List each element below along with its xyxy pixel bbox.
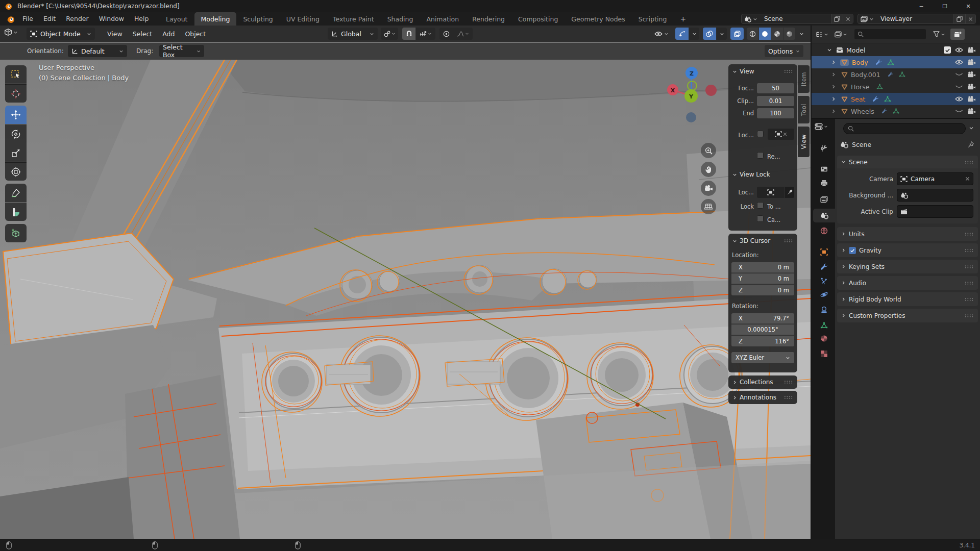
workspace-tab-modeling[interactable]: Modeling (194, 12, 237, 26)
orientation-selector[interactable]: Default (68, 45, 127, 57)
view-layer-icon[interactable] (858, 14, 876, 23)
workspace-tab-layout[interactable]: Layout (159, 12, 194, 26)
outliner-filter-type-selector[interactable] (835, 31, 847, 38)
hide-eye-icon[interactable] (955, 47, 963, 53)
modifier-wrench-icon[interactable] (881, 108, 888, 114)
panel-units[interactable]: Units (837, 227, 978, 241)
tool-move[interactable] (5, 106, 27, 124)
tool-transform[interactable] (5, 162, 27, 181)
panel-rigid-body-world[interactable]: Rigid Body World (837, 292, 978, 306)
cursor-location-x[interactable]: X 0 m (731, 262, 794, 273)
exclude-checkbox[interactable] (944, 46, 951, 54)
panel-grip-icon[interactable] (784, 380, 793, 384)
panel-grip-icon[interactable] (965, 248, 974, 253)
tab-output-properties[interactable] (813, 176, 835, 190)
disclosure-closed-icon[interactable] (831, 109, 836, 114)
mesh-data-icon[interactable] (887, 59, 894, 66)
render-region-checkbox[interactable] (757, 152, 764, 159)
tab-physics-properties[interactable] (813, 288, 835, 302)
clip-start-field[interactable]: 0.01 (757, 96, 794, 106)
new-view-layer-button[interactable] (953, 14, 965, 23)
scene-panel-header[interactable]: Scene (837, 156, 978, 168)
object-name[interactable]: Body (852, 59, 868, 66)
outliner-row-body[interactable]: Body (812, 56, 980, 68)
disclosure-closed-icon[interactable] (831, 72, 836, 77)
view-panel-header[interactable]: View (728, 64, 797, 77)
workspace-tab-rendering[interactable]: Rendering (465, 12, 511, 26)
menu-window[interactable]: Window (94, 12, 129, 26)
cursor-rotation-x[interactable]: X 79.7° (731, 313, 794, 324)
outliner-search-input[interactable] (854, 29, 926, 39)
render-visibility-icon[interactable] (967, 96, 976, 102)
tab-tool-properties[interactable] (813, 141, 835, 155)
workspace-tab-shading[interactable]: Shading (381, 12, 420, 26)
mesh-data-icon[interactable] (884, 96, 891, 103)
new-collection-button[interactable] (950, 29, 965, 40)
mesh-data-icon[interactable] (893, 108, 899, 114)
object-visibility-selector[interactable] (649, 28, 674, 40)
modifier-wrench-icon[interactable] (875, 59, 882, 66)
add-workspace-button[interactable]: + (673, 12, 693, 26)
render-visibility-icon[interactable] (967, 108, 976, 114)
tab-texture-properties[interactable] (813, 347, 835, 361)
panel-custom-properties[interactable]: Custom Properties (837, 309, 978, 322)
menu-render[interactable]: Render (61, 12, 94, 26)
local-camera-object-field[interactable] (768, 129, 794, 140)
proportional-falloff-selector[interactable] (453, 28, 473, 40)
scene-name[interactable]: Scene (760, 15, 831, 22)
tool-rotate[interactable] (5, 124, 27, 143)
shading-solid-button[interactable] (759, 28, 771, 40)
object-name[interactable]: Horse (851, 83, 869, 91)
viewport-menu-object[interactable]: Object (180, 26, 211, 42)
tab-view-layer-properties[interactable] (813, 192, 835, 206)
panel-gravity[interactable]: Gravity (837, 243, 978, 257)
properties-search-input[interactable] (843, 123, 966, 134)
close-button[interactable]: ✕ (957, 0, 980, 12)
collections-panel-header[interactable]: Collections (728, 375, 797, 389)
editor-type-button[interactable] (4, 28, 18, 36)
clear-icon[interactable] (965, 177, 970, 181)
outliner-row-seat[interactable]: Seat (812, 93, 980, 105)
object-name[interactable]: Wheels (851, 108, 874, 115)
shading-material-button[interactable] (771, 28, 783, 40)
maximize-button[interactable]: ☐ (933, 0, 957, 12)
panel-grip-icon[interactable] (965, 232, 974, 236)
show-gizmo-toggle[interactable] (675, 28, 689, 40)
hidden-eye-icon[interactable] (955, 72, 963, 77)
panel-audio[interactable]: Audio (837, 276, 978, 290)
hide-eye-icon[interactable] (955, 60, 963, 65)
pivot-point-selector[interactable] (381, 28, 398, 40)
panel-grip-icon[interactable] (784, 69, 793, 73)
menu-edit[interactable]: Edit (38, 12, 61, 26)
zoom-button[interactable] (701, 143, 716, 158)
workspace-tab-animation[interactable]: Animation (420, 12, 465, 26)
unlink-scene-button[interactable] (843, 14, 853, 23)
collection-name[interactable]: Model (846, 46, 866, 54)
lock-to-3d-cursor-checkbox[interactable] (757, 202, 764, 209)
panel-grip-icon[interactable] (965, 297, 974, 302)
mesh-data-icon[interactable] (899, 71, 905, 78)
tab-constraint-properties[interactable] (813, 303, 835, 317)
panel-grip-icon[interactable] (965, 160, 974, 164)
lock-object-field[interactable] (757, 187, 785, 198)
tab-world-properties[interactable] (813, 224, 835, 238)
view-layer-selector[interactable]: ViewLayer (857, 14, 976, 24)
render-visibility-icon[interactable] (967, 47, 976, 53)
navigation-gizmo[interactable]: Z X Y (664, 65, 720, 127)
workspace-tab-scripting[interactable]: Scripting (632, 12, 674, 26)
workspace-tab-texture-paint[interactable]: Texture Paint (326, 12, 381, 26)
remove-view-layer-button[interactable] (965, 14, 975, 23)
outliner-display-mode-selector[interactable] (816, 31, 828, 38)
workspace-tab-compositing[interactable]: Compositing (511, 12, 565, 26)
modifier-wrench-icon[interactable] (888, 71, 894, 78)
menu-file[interactable]: File (17, 12, 38, 26)
panel-keying-sets[interactable]: Keying Sets (837, 260, 978, 273)
viewport-menu-select[interactable]: Select (128, 26, 158, 42)
render-visibility-icon[interactable] (967, 84, 976, 90)
outliner-row-collection-model[interactable]: Model (812, 44, 980, 56)
view-lock-header[interactable]: View Lock (728, 168, 797, 181)
shading-options-selector[interactable] (796, 28, 806, 40)
tab-modifier-properties[interactable] (813, 260, 835, 274)
disclosure-closed-icon[interactable] (831, 84, 836, 89)
hidden-eye-icon[interactable] (955, 109, 963, 114)
